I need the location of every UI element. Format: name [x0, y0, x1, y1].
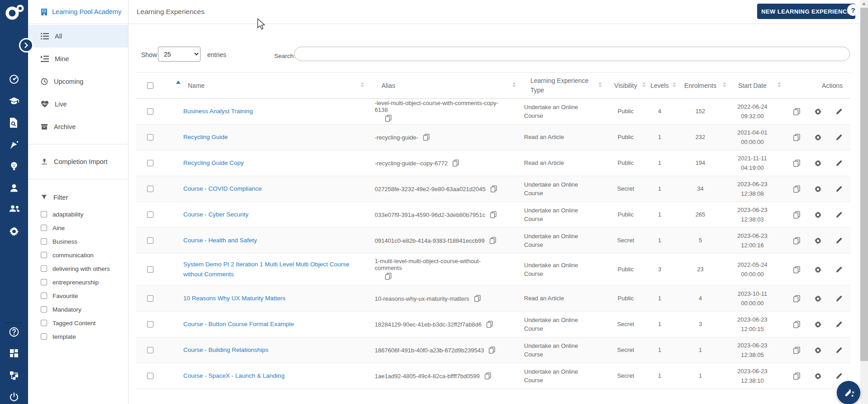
- row-checkbox[interactable]: [147, 160, 153, 166]
- copy-alias-icon[interactable]: [385, 115, 392, 122]
- scrollbar-thumb[interactable]: [860, 8, 868, 361]
- edit-action-icon[interactable]: [835, 185, 843, 192]
- settings-action-icon[interactable]: [814, 159, 822, 167]
- column-header-type[interactable]: Learning Experience Type: [520, 76, 606, 95]
- page-size-select[interactable]: 25: [158, 47, 200, 62]
- row-checkbox[interactable]: [147, 134, 153, 140]
- filter-checkbox[interactable]: [41, 293, 47, 299]
- row-checkbox[interactable]: [147, 321, 153, 327]
- column-header-start-date[interactable]: Start Date: [726, 82, 778, 89]
- duplicate-action-icon[interactable]: [793, 321, 801, 328]
- academy-home-link[interactable]: Learning Pool Academy: [28, 0, 128, 24]
- experience-name-link[interactable]: System Demo PI 2 Iteration 1 Multi Level…: [183, 260, 369, 279]
- settings-action-icon[interactable]: [814, 211, 822, 219]
- settings-action-icon[interactable]: [814, 295, 822, 303]
- settings-action-icon[interactable]: [814, 134, 822, 141]
- column-header-enrolments[interactable]: Enrolments: [674, 82, 726, 89]
- row-checkbox[interactable]: [147, 237, 153, 244]
- duplicate-action-icon[interactable]: [793, 185, 801, 193]
- filter-checkbox[interactable]: [41, 279, 47, 285]
- duplicate-action-icon[interactable]: [793, 346, 801, 354]
- row-checkbox[interactable]: [147, 266, 153, 273]
- edit-action-icon[interactable]: [835, 295, 843, 302]
- sidebar-item-all[interactable]: All: [28, 25, 128, 48]
- groups-icon[interactable]: [9, 204, 19, 215]
- vertical-scrollbar[interactable]: [860, 0, 868, 404]
- filter-checkbox[interactable]: [41, 306, 47, 313]
- edit-action-icon[interactable]: [835, 266, 843, 273]
- copy-alias-icon[interactable]: [385, 273, 392, 280]
- power-icon[interactable]: [9, 392, 19, 403]
- settings-action-icon[interactable]: [814, 108, 822, 115]
- settings-action-icon[interactable]: [814, 237, 822, 245]
- experience-name-link[interactable]: Business Analyst Training: [183, 106, 262, 116]
- filter-option[interactable]: entrepreneurship: [28, 275, 128, 289]
- new-learning-experience-button[interactable]: NEW LEARNING EXPERIENCE: [757, 4, 855, 19]
- duplicate-action-icon[interactable]: [793, 108, 801, 115]
- edit-action-icon[interactable]: [835, 159, 843, 167]
- flag-icon[interactable]: [9, 139, 19, 150]
- help-badge-icon[interactable]: ?: [847, 4, 859, 16]
- user-icon[interactable]: [9, 183, 19, 193]
- copy-alias-icon[interactable]: [486, 321, 493, 328]
- filter-option[interactable]: Mandatory: [28, 303, 128, 316]
- filter-checkbox[interactable]: [41, 265, 47, 272]
- experience-name-link[interactable]: Course - SpaceX - Launch & Landing: [183, 371, 294, 381]
- copy-alias-icon[interactable]: [488, 346, 496, 354]
- settings-action-icon[interactable]: [814, 266, 822, 274]
- filter-checkbox[interactable]: [41, 320, 47, 326]
- content-search-icon[interactable]: [9, 117, 19, 128]
- edit-action-icon[interactable]: [835, 108, 843, 115]
- settings-action-icon[interactable]: [814, 346, 822, 354]
- column-header-visibility[interactable]: Visibility: [606, 82, 645, 89]
- copy-alias-icon[interactable]: [490, 211, 497, 218]
- column-header-levels[interactable]: Levels: [645, 82, 674, 89]
- select-all-header[interactable]: [136, 82, 172, 89]
- filter-option[interactable]: Business: [28, 235, 128, 248]
- filter-option[interactable]: adaptability: [28, 207, 128, 221]
- experience-name-link[interactable]: 10 Reasons Why UX Maturity Matters: [183, 293, 295, 303]
- edit-action-icon[interactable]: [835, 237, 843, 244]
- filter-option[interactable]: Tagged Content: [28, 316, 128, 330]
- column-header-name[interactable]: Name: [172, 82, 369, 89]
- copy-alias-icon[interactable]: [484, 372, 491, 380]
- experience-name-link[interactable]: Course - Building Relationships: [183, 345, 277, 355]
- copy-alias-icon[interactable]: [490, 185, 497, 192]
- filter-checkbox[interactable]: [41, 333, 47, 340]
- lightbulb-icon[interactable]: [9, 161, 19, 172]
- settings-action-icon[interactable]: [814, 321, 822, 328]
- help-icon[interactable]: [9, 327, 19, 337]
- experience-name-link[interactable]: Course - Cyber Security: [183, 210, 258, 220]
- duplicate-action-icon[interactable]: [793, 134, 801, 141]
- select-all-checkbox[interactable]: [147, 82, 153, 89]
- settings-action-icon[interactable]: [814, 185, 822, 193]
- filter-checkbox[interactable]: [41, 252, 47, 258]
- row-checkbox[interactable]: [147, 295, 153, 302]
- edit-action-icon[interactable]: [835, 211, 843, 218]
- filter-option[interactable]: communication: [28, 248, 128, 262]
- row-checkbox[interactable]: [147, 108, 153, 115]
- filter-option[interactable]: Favourite: [28, 289, 128, 303]
- copy-alias-icon[interactable]: [423, 134, 430, 141]
- sidebar-item-upcoming[interactable]: Upcoming: [28, 70, 128, 93]
- row-checkbox[interactable]: [147, 347, 153, 353]
- duplicate-action-icon[interactable]: [793, 159, 801, 167]
- filter-checkbox[interactable]: [41, 238, 47, 245]
- settings-action-icon[interactable]: [814, 372, 822, 380]
- experience-name-link[interactable]: Recycling Guide: [183, 132, 237, 142]
- copy-alias-icon[interactable]: [489, 237, 496, 244]
- search-input[interactable]: [294, 47, 850, 61]
- copy-alias-icon[interactable]: [474, 295, 481, 302]
- duplicate-action-icon[interactable]: [793, 237, 801, 245]
- row-checkbox[interactable]: [147, 373, 153, 379]
- learning-pool-logo[interactable]: [4, 3, 24, 24]
- edit-action-icon[interactable]: [835, 134, 843, 141]
- duplicate-action-icon[interactable]: [793, 372, 801, 380]
- apps-grid-icon[interactable]: [9, 348, 19, 359]
- duplicate-action-icon[interactable]: [793, 295, 801, 303]
- edit-action-icon[interactable]: [835, 346, 843, 354]
- filter-checkbox[interactable]: [41, 225, 47, 231]
- experience-name-link[interactable]: Course - COVID Compliance: [183, 184, 271, 194]
- sidebar-item-mine[interactable]: Mine: [28, 48, 128, 70]
- edit-action-icon[interactable]: [835, 321, 843, 328]
